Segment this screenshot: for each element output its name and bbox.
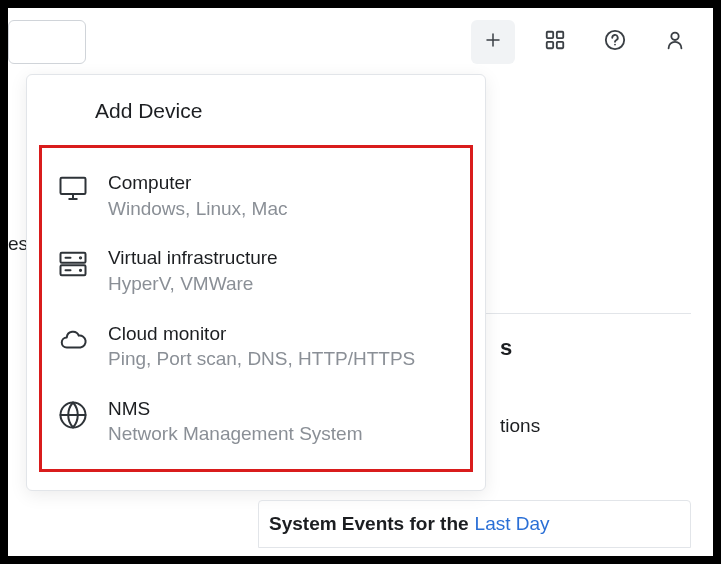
panel-header: Add Device: [27, 99, 485, 145]
option-title: Computer: [108, 170, 288, 196]
obscured-text: s: [500, 335, 512, 361]
help-icon: [604, 29, 626, 55]
svg-rect-4: [547, 42, 553, 48]
system-events-range-link[interactable]: Last Day: [475, 513, 550, 535]
add-button[interactable]: [471, 20, 515, 64]
svg-rect-3: [557, 32, 563, 38]
option-virtual-infrastructure[interactable]: Virtual infrastructure HyperV, VMWare: [56, 233, 456, 308]
option-computer[interactable]: Computer Windows, Linux, Mac: [56, 158, 456, 233]
option-title: NMS: [108, 396, 363, 422]
server-icon: [58, 249, 88, 279]
option-subtitle: Windows, Linux, Mac: [108, 196, 288, 222]
account-button[interactable]: [655, 22, 695, 62]
computer-icon: [58, 174, 88, 204]
svg-point-8: [671, 33, 678, 40]
svg-point-17: [80, 257, 81, 258]
obscured-text: tions: [500, 415, 540, 437]
grid-icon: [544, 29, 566, 55]
help-button[interactable]: [595, 22, 635, 62]
option-cloud-monitor[interactable]: Cloud monitor Ping, Port scan, DNS, HTTP…: [56, 309, 456, 384]
apps-button[interactable]: [535, 22, 575, 62]
option-subtitle: HyperV, VMWare: [108, 271, 278, 297]
back-button[interactable]: [55, 100, 77, 122]
option-nms[interactable]: NMS Network Management System: [56, 384, 456, 459]
divider: [486, 313, 691, 314]
option-subtitle: Ping, Port scan, DNS, HTTP/HTTPS: [108, 346, 415, 372]
app-frame: es s tions Add Device Computer Windows, …: [8, 8, 713, 556]
svg-point-18: [80, 270, 81, 271]
system-events-header[interactable]: System Events for the Last Day: [258, 500, 691, 548]
option-subtitle: Network Management System: [108, 421, 363, 447]
system-events-label: System Events for the: [269, 513, 469, 535]
option-title: Virtual infrastructure: [108, 245, 278, 271]
cloud-icon: [58, 325, 88, 355]
panel-title: Add Device: [95, 99, 202, 123]
svg-rect-2: [547, 32, 553, 38]
user-icon: [664, 29, 686, 55]
add-device-panel: Add Device Computer Windows, Linux, Mac …: [26, 74, 486, 491]
globe-icon: [58, 400, 88, 430]
plus-icon: [484, 31, 502, 53]
device-options-highlight: Computer Windows, Linux, Mac Virtual inf…: [39, 145, 473, 472]
option-title: Cloud monitor: [108, 321, 415, 347]
svg-rect-5: [557, 42, 563, 48]
topbar: [8, 20, 695, 64]
svg-rect-10: [61, 178, 86, 194]
